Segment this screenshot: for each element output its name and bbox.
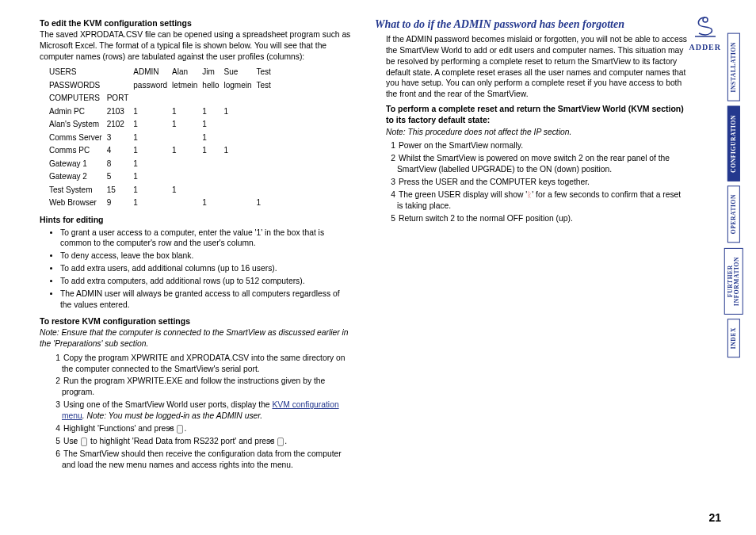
table-header-computers: COMPUTERSPORT (49, 92, 276, 105)
list-item: 3Using one of the SmartView World user p… (51, 399, 353, 422)
heading-complete-reset: To perform a complete reset and return t… (375, 103, 688, 125)
restore-note: Note: Ensure that the computer is connec… (40, 327, 353, 350)
table-row: Gateway 251 (49, 170, 276, 184)
page-number: 21 (708, 511, 721, 524)
brand-logo: ADDER (689, 16, 721, 52)
table-row: Admin PC21031111 (49, 105, 276, 118)
down-arrow-key-icon: ↓ (81, 438, 87, 446)
list-item: 2Whilst the SmartView is powered on move… (386, 153, 688, 175)
table-row: Comms PC41111 (49, 144, 276, 158)
heading-hints: Hints for editing (40, 214, 353, 225)
tab-operation[interactable]: OPERATION (727, 185, 740, 243)
list-item: 5Return switch 2 to the normal OFF posit… (386, 213, 688, 224)
list-item: 1Copy the program XPWRITE and XPRODATA.C… (51, 353, 353, 375)
restore-steps: 1Copy the program XPWRITE and XPRODATA.C… (40, 353, 353, 471)
list-item: To grant a user access to a computer, en… (60, 227, 353, 250)
list-item: 6The SmartView should then receive the c… (51, 449, 353, 471)
left-column: To edit the KVM configuration settings T… (40, 17, 353, 476)
heading-restore: To restore KVM configuration settings (40, 315, 353, 327)
side-nav-tabs: INSTALLATION CONFIGURATION OPERATION FUR… (726, 33, 742, 363)
table-header-users: USERSADMINAlanJimSueTest (49, 66, 276, 79)
heading-forgotten-admin: What to do if the ADMIN password has bee… (375, 17, 688, 32)
list-item: 2Run the program XPWRITE.EXE and follow … (51, 376, 353, 398)
list-item: 3Press the USER and the COMPUTER keys to… (386, 177, 688, 188)
enter-key-icon: ↵ (177, 425, 183, 434)
list-item: To add extra computers, add additional r… (60, 276, 353, 287)
hints-list: To grant a user access to a computer, en… (40, 227, 353, 311)
table-row: Comms Server311 (49, 131, 276, 144)
tab-installation[interactable]: INSTALLATION (727, 33, 740, 101)
heading-edit-kvm: To edit the KVM configuration settings (40, 17, 353, 29)
list-item: To add extra users, add additional colum… (60, 263, 353, 274)
reset-steps: 1Power on the SmartView normally. 2Whils… (375, 140, 688, 224)
tab-index[interactable]: INDEX (727, 319, 740, 357)
right-column: What to do if the ADMIN password has bee… (375, 17, 688, 476)
table-row: Gateway 181 (49, 157, 276, 170)
table-header-passwords: PASSWORDSpasswordletmeinhellologmeinTest (49, 78, 276, 92)
manual-page: ADDER INSTALLATION CONFIGURATION OPERATI… (0, 0, 756, 535)
list-item: To deny access, leave the box blank. (60, 250, 353, 262)
enter-key-icon: ↵ (277, 438, 284, 446)
svg-point-0 (703, 17, 708, 22)
table-row: Web Browser9111 (49, 197, 276, 210)
forgotten-admin-text: If the ADMIN password becomes mislaid or… (375, 34, 688, 100)
table-row: Test System1511 (49, 183, 276, 197)
tab-configuration[interactable]: CONFIGURATION (727, 106, 740, 182)
list-item: 5Use ↓ to highlight 'Read Data from RS23… (51, 436, 353, 447)
list-item: 1Power on the SmartView normally. (386, 140, 688, 151)
adder-snake-icon (692, 16, 719, 38)
list-item: 4The green USER display will show 'ᚱ' fo… (386, 189, 688, 212)
reset-note: Note: This procedure does not affect the… (375, 127, 688, 138)
list-item: The ADMIN user will always be granted ac… (60, 289, 353, 311)
kvm-csv-table: USERSADMINAlanJimSueTest PASSWORDSpasswo… (49, 66, 276, 210)
list-item: 4Highlight 'Functions' and press ↵. (51, 423, 353, 434)
table-row: Alan's System2102111 (49, 118, 276, 132)
tab-further-information[interactable]: FURTHER INFORMATION (724, 248, 743, 315)
edit-kvm-intro: The saved XPRODATA.CSV file can be opene… (40, 29, 353, 63)
brand-name: ADDER (689, 43, 721, 52)
